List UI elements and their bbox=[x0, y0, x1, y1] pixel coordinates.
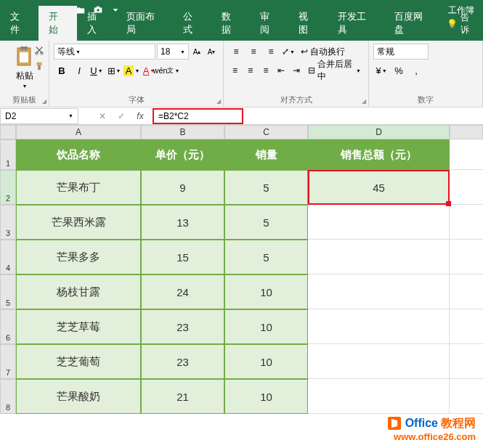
increase-font-icon[interactable]: A▴ bbox=[190, 44, 203, 59]
cell-b5[interactable]: 24 bbox=[141, 274, 224, 309]
enter-icon[interactable]: ✓ bbox=[112, 108, 131, 124]
cell-d5[interactable] bbox=[308, 274, 450, 309]
align-right-icon[interactable]: ≡ bbox=[259, 62, 272, 78]
cell-d8[interactable] bbox=[308, 379, 450, 414]
font-size-dropdown[interactable]: 18▼ bbox=[157, 44, 189, 60]
cell-b6[interactable]: 23 bbox=[141, 309, 224, 344]
cell-rest[interactable] bbox=[450, 274, 483, 309]
orientation-icon[interactable]: ⤢▼ bbox=[280, 44, 296, 60]
number-format-dropdown[interactable]: 常规 bbox=[373, 44, 429, 60]
col-header-b[interactable]: B bbox=[141, 125, 224, 139]
cell-rest[interactable] bbox=[450, 309, 483, 344]
row-header-7[interactable]: 7 bbox=[0, 344, 16, 379]
fx-icon[interactable]: fx bbox=[131, 108, 150, 124]
font-name-dropdown[interactable]: 等线▼ bbox=[54, 44, 155, 60]
cell-a8[interactable]: 芒果酸奶 bbox=[16, 379, 141, 414]
cell-a7[interactable]: 芝芝葡萄 bbox=[16, 344, 141, 379]
cut-icon[interactable] bbox=[34, 45, 44, 57]
underline-button[interactable]: U▼ bbox=[89, 62, 105, 78]
cell-a3[interactable]: 芒果西米露 bbox=[16, 205, 141, 240]
cell-rest[interactable] bbox=[450, 240, 483, 274]
align-left-icon[interactable]: ≡ bbox=[228, 62, 242, 78]
border-button[interactable]: ⊞▼ bbox=[106, 62, 122, 78]
tab-data[interactable]: 数据 bbox=[211, 6, 250, 41]
row-header-2[interactable]: 2 bbox=[0, 170, 16, 205]
align-center-icon[interactable]: ≡ bbox=[243, 62, 257, 78]
cell-d7[interactable] bbox=[308, 344, 450, 379]
cell-d4[interactable] bbox=[308, 240, 450, 274]
align-bottom-icon[interactable]: ≡ bbox=[263, 44, 279, 60]
cell-c7[interactable]: 10 bbox=[224, 344, 308, 379]
cell-b3[interactable]: 13 bbox=[141, 205, 224, 240]
italic-button[interactable]: I bbox=[71, 62, 87, 78]
bold-button[interactable]: B bbox=[54, 62, 70, 78]
fill-handle[interactable] bbox=[446, 201, 451, 206]
tab-developer[interactable]: 开发工具 bbox=[328, 6, 384, 41]
tab-baidu[interactable]: 百度网盘 bbox=[384, 6, 441, 41]
cell-c8[interactable]: 10 bbox=[224, 379, 308, 414]
col-header-a[interactable]: A bbox=[16, 125, 141, 139]
comma-icon[interactable]: , bbox=[408, 62, 424, 78]
cell-rest[interactable] bbox=[450, 344, 483, 379]
fill-color-button[interactable]: A▼ bbox=[123, 62, 139, 78]
name-box[interactable]: D2▼ bbox=[0, 108, 78, 124]
decrease-font-icon[interactable]: A▾ bbox=[205, 44, 218, 59]
tab-review[interactable]: 审阅 bbox=[250, 6, 288, 41]
col-header-d[interactable]: D bbox=[308, 125, 450, 139]
formula-input[interactable]: =B2*C2 bbox=[153, 108, 243, 124]
cell-rest[interactable] bbox=[450, 170, 483, 205]
header-total[interactable]: 销售总额（元） bbox=[308, 139, 450, 170]
tab-view[interactable]: 视图 bbox=[288, 6, 327, 41]
dialog-launcher-icon[interactable]: ◢ bbox=[216, 98, 221, 105]
cell-c3[interactable]: 5 bbox=[224, 205, 308, 240]
format-painter-icon[interactable] bbox=[34, 61, 44, 73]
header-qty[interactable]: 销量 bbox=[224, 139, 308, 170]
cell-c2[interactable]: 5 bbox=[224, 170, 308, 205]
align-top-icon[interactable]: ≡ bbox=[228, 44, 244, 60]
currency-icon[interactable]: ¥▼ bbox=[373, 62, 389, 78]
row-header-4[interactable]: 4 bbox=[0, 240, 16, 274]
tab-page-layout[interactable]: 页面布局 bbox=[116, 6, 173, 41]
cell-a4[interactable]: 芒果多多 bbox=[16, 240, 141, 274]
cell-a6[interactable]: 芝芝草莓 bbox=[16, 309, 141, 344]
wrap-text-button[interactable]: ↩自动换行 bbox=[298, 44, 348, 60]
tab-insert[interactable]: 插入 bbox=[77, 6, 115, 41]
cell-rest[interactable] bbox=[450, 205, 483, 240]
tab-file[interactable]: 文件 bbox=[0, 6, 38, 41]
dialog-launcher-icon[interactable]: ◢ bbox=[362, 98, 366, 105]
select-all-corner[interactable] bbox=[0, 125, 16, 139]
cell-c6[interactable]: 10 bbox=[224, 309, 308, 344]
cell-d6[interactable] bbox=[308, 309, 450, 344]
tab-home[interactable]: 开始 bbox=[38, 6, 77, 41]
cell-c5[interactable]: 10 bbox=[224, 274, 308, 309]
row-header-6[interactable]: 6 bbox=[0, 309, 16, 344]
percent-icon[interactable]: % bbox=[391, 62, 407, 78]
row-header-8[interactable]: 8 bbox=[0, 379, 16, 414]
cell-c4[interactable]: 5 bbox=[224, 240, 308, 274]
row-header-5[interactable]: 5 bbox=[0, 274, 16, 309]
cell-b7[interactable]: 23 bbox=[141, 344, 224, 379]
cell-d2-selected[interactable]: 45 bbox=[308, 170, 450, 205]
decrease-indent-icon[interactable]: ⇤ bbox=[275, 62, 288, 78]
tab-formulas[interactable]: 公式 bbox=[173, 6, 211, 41]
dialog-launcher-icon[interactable]: ◢ bbox=[42, 98, 46, 105]
cell-a5[interactable]: 杨枝甘露 bbox=[16, 274, 141, 309]
phonetic-button[interactable]: wén文▼ bbox=[158, 62, 174, 78]
col-header-rest[interactable] bbox=[450, 125, 483, 139]
align-middle-icon[interactable]: ≡ bbox=[245, 44, 261, 60]
cell-b8[interactable]: 21 bbox=[141, 379, 224, 414]
cell-a2[interactable]: 芒果布丁 bbox=[16, 170, 141, 205]
header-price[interactable]: 单价（元） bbox=[141, 139, 224, 170]
row-header-3[interactable]: 3 bbox=[0, 205, 16, 240]
cell-b2[interactable]: 9 bbox=[141, 170, 224, 205]
header-name[interactable]: 饮品名称 bbox=[16, 139, 141, 170]
cell-rest[interactable] bbox=[450, 379, 483, 414]
cell-rest[interactable] bbox=[450, 139, 483, 170]
cancel-icon[interactable]: ✕ bbox=[93, 108, 112, 124]
row-header-1[interactable]: 1 bbox=[0, 139, 16, 170]
col-header-c[interactable]: C bbox=[224, 125, 308, 139]
tell-me[interactable]: 💡 告诉 bbox=[441, 7, 483, 41]
cell-b4[interactable]: 15 bbox=[141, 240, 224, 274]
merge-button[interactable]: ⊟合并后居中▼ bbox=[305, 62, 364, 78]
cell-d3[interactable] bbox=[308, 205, 450, 240]
